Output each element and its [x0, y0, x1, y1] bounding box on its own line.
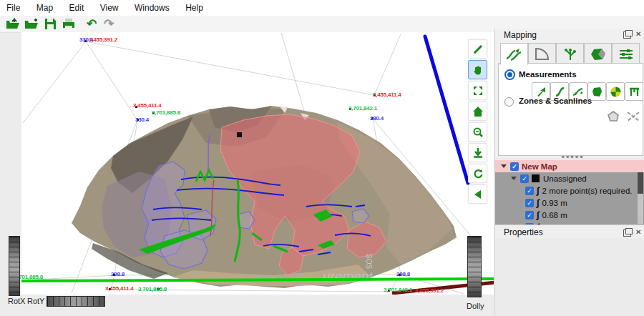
tree-scrollbar-thumb[interactable] [638, 172, 643, 194]
checkbox-checked-icon[interactable]: ✓ [525, 199, 534, 207]
tab-topography-tools[interactable] [556, 43, 584, 65]
dolly-label: Dolly [467, 302, 484, 310]
rotx-label: RotX [8, 297, 25, 305]
right-dock: Mapping ✕ [494, 29, 644, 316]
coord-label: 3,701,885.8 [138, 287, 167, 292]
mapping-tab-pane: Measurements [498, 63, 643, 156]
coord-label: 330.4 [135, 117, 149, 123]
tree-item-label: 0.93 m [542, 199, 567, 207]
menu-view[interactable]: View [94, 0, 125, 13]
coord-label: 3,455,411.4 [373, 92, 401, 98]
rotx-slider[interactable] [9, 236, 20, 296]
tree-item-label: 0.68 m [542, 211, 567, 219]
shrink-arrows-icon [472, 85, 484, 97]
redo-button[interactable]: ↷ [100, 16, 117, 31]
pinwheel-icon [610, 86, 622, 98]
coord-label: 298.8 [111, 272, 125, 277]
home-view-button[interactable] [468, 102, 487, 121]
floppy-disk-icon [44, 18, 57, 30]
rock-model-scene: urement SOS [21, 32, 494, 295]
checkbox-checked-icon[interactable]: ✓ [525, 211, 534, 219]
rotate-view-button[interactable] [468, 164, 487, 183]
zone-tool-button-disabled[interactable] [605, 108, 622, 125]
arrow-ne-icon [535, 86, 547, 98]
blue-axis-line [425, 36, 468, 183]
tree-scrollbar[interactable] [638, 172, 643, 224]
zones-scanlines-radio[interactable] [504, 97, 514, 107]
measurements-radio-label: Measurements [519, 70, 577, 79]
menu-windows[interactable]: Windows [128, 0, 176, 13]
checkbox-checked-icon[interactable]: ✓ [520, 174, 529, 183]
trace-glyph-icon: ∫ [537, 199, 540, 207]
tab-trace-tools[interactable] [500, 43, 528, 65]
scanline-tool-button-disabled[interactable] [625, 108, 642, 125]
trace-tools-icon [505, 47, 524, 61]
zoom-button[interactable] [468, 122, 487, 142]
roty-label: RotY [27, 297, 44, 305]
tree-row-unassigned[interactable]: ✓ Unassigned [495, 172, 644, 184]
3d-viewport[interactable]: urement SOS [21, 32, 494, 295]
trace-glyph-icon: ∫ [537, 187, 540, 194]
goalpost-icon [628, 86, 640, 98]
tree-group-label: Unassigned [543, 174, 587, 183]
magnifier-icon [472, 127, 484, 138]
properties-panel-header: Properties ✕ [495, 224, 644, 239]
redo-icon: ↷ [104, 18, 114, 30]
crossed-lines-icon [626, 110, 640, 123]
draw-mode-button[interactable] [468, 39, 487, 59]
map-tree: ✓ New Map ✓ Unassigned ✓ ∫ 2 more point(… [495, 159, 644, 224]
zones-scanlines-radio-label: Zones & Scanlines [519, 97, 592, 105]
coord-label: 3,455,411.4 [105, 286, 134, 292]
chevron-down-icon[interactable] [501, 164, 507, 168]
chevron-down-icon[interactable] [511, 177, 517, 180]
save-button[interactable] [42, 16, 59, 31]
curve-arrows-icon [572, 86, 585, 98]
tree-row-new-map[interactable]: ✓ New Map [495, 160, 644, 172]
tree-row-measurement[interactable]: ✓ ∫ 0.93 m [495, 197, 644, 209]
dolly-slider[interactable] [467, 236, 482, 297]
pinwheel-measure-button[interactable] [606, 82, 625, 101]
menu-help[interactable]: Help [179, 0, 210, 13]
vegetation-icon [562, 47, 579, 61]
tree-root-label: New Map [522, 162, 557, 171]
print-button[interactable] [60, 16, 77, 31]
undo-button[interactable]: ↶ [83, 16, 100, 31]
checkbox-checked-icon[interactable]: ✓ [525, 187, 534, 195]
roty-slider[interactable] [47, 296, 105, 307]
tab-rock-tools[interactable] [584, 43, 612, 65]
coord-label: 3,701,846.1 [384, 287, 412, 293]
folder-plus-icon [24, 18, 39, 30]
coord-label: 298.8 [396, 272, 410, 277]
float-panel-icon[interactable] [623, 31, 631, 39]
tab-settings[interactable] [612, 43, 640, 65]
trace-glyph-icon: ∫ [537, 212, 540, 219]
open-button[interactable] [4, 16, 21, 31]
undo-icon: ↶ [87, 18, 97, 30]
menu-map[interactable]: Map [30, 0, 59, 13]
coord-label: 3,701,842.1 [348, 106, 377, 112]
open-folder-icon [6, 18, 20, 30]
close-panel-icon[interactable]: ✕ [635, 30, 641, 38]
tree-row-measurement[interactable]: ✓ ∫ 0.68 m [495, 209, 644, 221]
float-panel-icon[interactable] [623, 229, 631, 237]
collapse-panel-button[interactable] [468, 184, 487, 204]
filled-polygon-icon [591, 86, 603, 98]
coord-label: 330.4 [370, 116, 384, 122]
watermark-text: urement [323, 269, 373, 284]
selected-point-marker [237, 132, 242, 137]
screenshot-export-button[interactable] [468, 143, 487, 162]
checkbox-checked-icon[interactable]: ✓ [510, 162, 519, 171]
pan-mode-button[interactable] [468, 60, 487, 79]
tree-item-label: 2 more point(s) required. [542, 187, 633, 195]
pinchout-measure-button[interactable] [625, 82, 643, 101]
pan-hand-icon [472, 64, 484, 76]
menu-file[interactable]: File [0, 0, 26, 13]
fit-view-button[interactable] [468, 81, 487, 100]
tree-row-measurement[interactable]: ✓ ∫ 2 more point(s) required. [495, 184, 644, 197]
menu-edit[interactable]: Edit [63, 0, 91, 13]
close-panel-icon[interactable]: ✕ [635, 228, 641, 236]
printer-icon [62, 18, 75, 30]
save-as-button[interactable] [23, 16, 40, 31]
measurements-radio[interactable] [504, 69, 515, 80]
tab-plane-tools[interactable] [528, 43, 556, 65]
